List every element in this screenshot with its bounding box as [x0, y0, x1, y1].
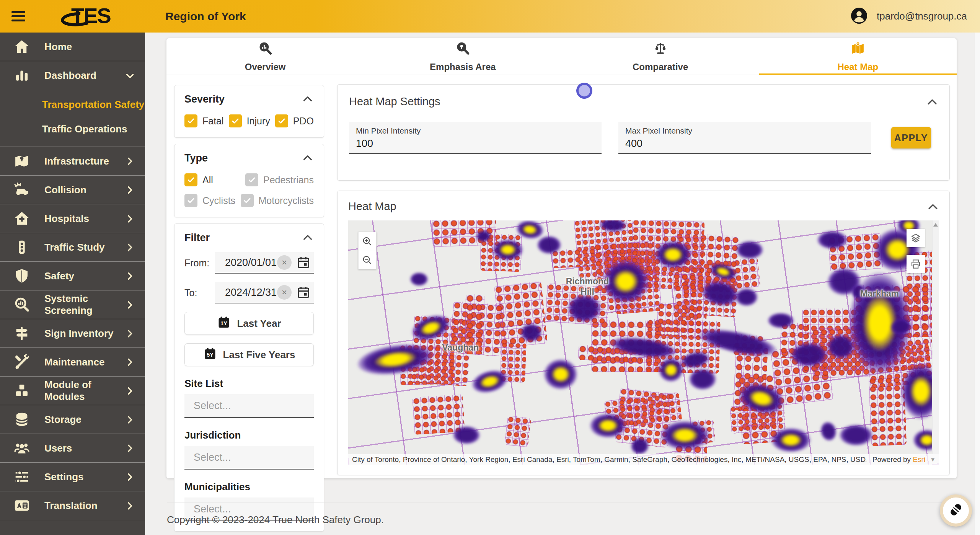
calendar-5y-icon: 5Y	[203, 347, 217, 363]
checkbox-checked-icon[interactable]	[184, 114, 197, 127]
jurisdiction-select[interactable]: Select...	[184, 446, 314, 470]
sidebar-item-translation[interactable]: Translation	[0, 491, 145, 520]
esri-link[interactable]: Esri	[913, 455, 925, 463]
heat-map-title: Heat Map	[348, 200, 396, 213]
copyright-text: Copyright © 2023-2024 True North Safety …	[167, 514, 384, 526]
checkbox-checked-icon[interactable]	[275, 114, 288, 127]
map-icon	[13, 152, 31, 170]
sidebar-item-home[interactable]: Home	[0, 33, 145, 61]
city-label-richmond-hill: Richmond Hill	[559, 276, 616, 297]
scroll-up-icon[interactable]	[933, 223, 938, 227]
map-heat-layer	[348, 220, 939, 465]
severity-title: Severity	[184, 93, 225, 105]
chevron-right-icon	[124, 443, 135, 453]
map-tools	[907, 229, 925, 273]
sidebar-item-sign-inventory[interactable]: Sign Inventory	[0, 319, 145, 348]
sidebar-item-dashboard[interactable]: Dashboard	[0, 61, 145, 90]
collapse-chevron-icon[interactable]	[926, 201, 939, 213]
footer-divider	[167, 502, 969, 502]
checkbox-fatal: Fatal	[184, 114, 224, 127]
sidebar-item-systemic-screening[interactable]: Systemic Screening	[0, 290, 145, 319]
hamburger-menu-icon[interactable]	[11, 9, 25, 24]
sidebar-item-traffic-study[interactable]: Traffic Study	[0, 233, 145, 262]
clear-date-icon[interactable]: ×	[277, 285, 292, 300]
site-list-select[interactable]: Select...	[184, 394, 314, 418]
clear-date-icon[interactable]: ×	[277, 255, 292, 270]
chevron-right-icon	[124, 357, 135, 367]
collapse-chevron-icon[interactable]	[302, 152, 314, 164]
tab-content: Severity Fatal I	[166, 75, 957, 478]
sidebar-item-maintenance[interactable]: Maintenance	[0, 348, 145, 377]
user-menu[interactable]: tpardo@tnsgroup.ca	[850, 7, 967, 26]
scales-icon	[652, 41, 669, 58]
zoom-out-icon[interactable]	[359, 251, 376, 269]
tab-overview[interactable]: Overview	[166, 38, 364, 75]
sliders-icon	[13, 468, 31, 486]
last-five-years-button[interactable]: 5Y Last Five Years	[184, 343, 314, 366]
chevron-right-icon	[124, 385, 135, 396]
collapse-chevron-icon[interactable]	[926, 96, 938, 108]
heat-map-settings-panel: Heat Map Settings Min Pixel Intensity 10…	[337, 84, 950, 181]
map-scrollbar[interactable]	[932, 220, 939, 454]
last-year-button[interactable]: 1Y Last Year	[184, 312, 314, 335]
calendar-icon[interactable]	[296, 285, 311, 300]
attribution-caret-icon[interactable]: ▼	[930, 456, 936, 463]
feedback-button[interactable]	[940, 494, 972, 527]
traffic-light-icon	[13, 238, 31, 256]
chevron-down-icon	[124, 70, 135, 81]
sidebar-item-traffic-operations[interactable]: Traffic Operations	[0, 117, 145, 141]
min-pixel-intensity-input[interactable]: Min Pixel Intensity 100	[349, 122, 602, 154]
site-list-label: Site List	[184, 378, 314, 390]
magnifier-bars-icon	[257, 41, 273, 58]
checkbox-disabled-icon[interactable]	[184, 194, 197, 207]
chevron-right-icon	[124, 471, 135, 482]
sidebar-item-hospitals[interactable]: Hospitals	[0, 204, 145, 233]
sidebar-item-collision[interactable]: Collision	[0, 176, 145, 204]
type-title: Type	[184, 152, 208, 164]
sidebar-item-storage[interactable]: Storage	[0, 405, 145, 434]
calendar-icon[interactable]	[296, 255, 311, 270]
layers-icon[interactable]	[907, 229, 925, 247]
collapse-chevron-icon[interactable]	[302, 232, 314, 244]
dashboard-submenu: Transportation Safety Traffic Operations	[0, 90, 145, 147]
tab-emphasis-area[interactable]: Emphasis Area	[364, 38, 561, 75]
tab-comparative[interactable]: Comparative	[562, 38, 759, 75]
checkbox-cyclists: Cyclists	[184, 194, 235, 207]
avatar-icon	[850, 7, 868, 26]
sidebar-item-settings[interactable]: Settings	[0, 463, 145, 491]
checkbox-disabled-icon[interactable]	[241, 194, 254, 207]
jurisdiction-label: Jurisdiction	[184, 429, 314, 441]
heat-map-column: Heat Map Settings Min Pixel Intensity 10…	[337, 75, 950, 478]
checkbox-disabled-icon[interactable]	[245, 173, 258, 186]
print-icon[interactable]	[907, 255, 925, 273]
filter-title: Filter	[184, 232, 210, 244]
chevron-right-icon	[124, 299, 135, 310]
tools-icon	[13, 353, 31, 371]
zoom-in-icon[interactable]	[359, 232, 376, 251]
sidebar-item-module-of-modules[interactable]: Module of Modules	[0, 377, 145, 405]
severity-panel: Severity Fatal I	[174, 85, 324, 138]
page-title: Region of York	[165, 10, 246, 23]
filter-panel: Filter From: 2020/01/01 ×	[174, 223, 324, 532]
checkbox-checked-icon[interactable]	[229, 114, 242, 127]
content-card: Overview Emphasis Area Comparative	[166, 38, 957, 478]
chevron-right-icon	[124, 156, 135, 166]
apply-button[interactable]: APPLY	[891, 127, 931, 148]
tab-heat-map[interactable]: Heat Map	[759, 38, 957, 75]
sidebar-item-users[interactable]: Users	[0, 434, 145, 463]
sidebar-item-infrastructure[interactable]: Infrastructure	[0, 147, 145, 176]
checkbox-checked-icon[interactable]	[184, 173, 197, 186]
home-icon	[13, 38, 31, 55]
city-label-vaughan: Vaughan	[442, 343, 479, 352]
shield-icon	[13, 267, 31, 285]
date-to-input[interactable]: 2024/12/31 ×	[215, 282, 314, 303]
chevron-right-icon	[124, 328, 135, 339]
heat-map-panel: Heat Map Vaughan Richmond Hill Markham	[337, 191, 950, 475]
sidebar-item-safety[interactable]: Safety	[0, 262, 145, 290]
page-scrollbar[interactable]	[975, 33, 980, 535]
date-from-input[interactable]: 2020/01/01 ×	[215, 252, 314, 274]
max-pixel-intensity-input[interactable]: Max Pixel Intensity 400	[618, 122, 871, 154]
sidebar-item-transportation-safety[interactable]: Transportation Safety	[0, 92, 145, 117]
heat-map-canvas[interactable]: Vaughan Richmond Hill Markham	[348, 220, 939, 465]
collapse-chevron-icon[interactable]	[302, 93, 314, 105]
